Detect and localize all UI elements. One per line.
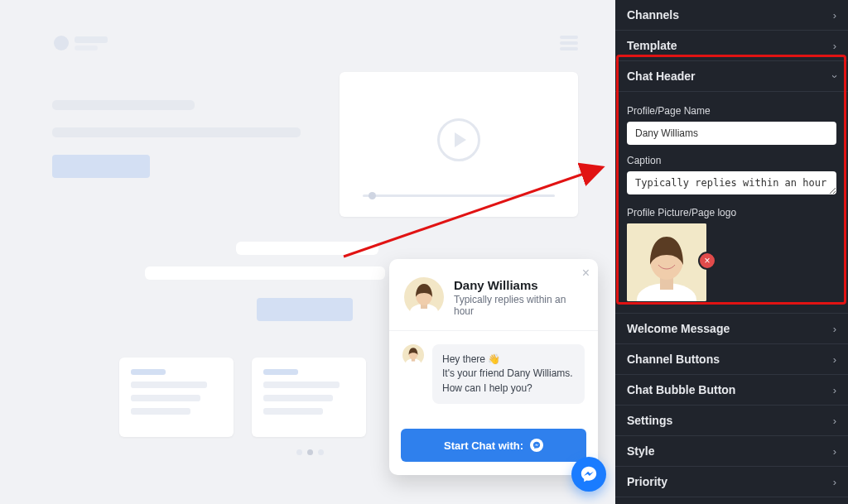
chevron-right-icon: › bbox=[833, 476, 836, 488]
section-template[interactable]: Template › bbox=[615, 31, 848, 61]
mock-card bbox=[252, 358, 366, 437]
section-style[interactable]: Style › bbox=[615, 436, 848, 467]
start-chat-button[interactable]: Start Chat with: bbox=[401, 429, 586, 462]
section-label: Welcome Message bbox=[627, 322, 730, 335]
hamburger-icon bbox=[560, 36, 578, 50]
chat-avatar-small bbox=[402, 344, 424, 366]
chevron-right-icon: › bbox=[833, 384, 836, 396]
section-chat-header[interactable]: Chat Header › bbox=[615, 61, 848, 92]
mock-text-line bbox=[52, 127, 301, 137]
chat-avatar bbox=[404, 277, 444, 317]
mock-video-knob bbox=[369, 192, 376, 199]
section-label: Channels bbox=[627, 8, 679, 22]
profile-picture-label: Profile Picture/Page logo bbox=[627, 207, 836, 218]
close-icon[interactable]: × bbox=[582, 266, 590, 281]
site-preview-pane: × Dany Williams Typically replies within… bbox=[0, 0, 615, 504]
section-label: Chat Bubble Button bbox=[627, 383, 735, 396]
mock-text-line bbox=[75, 46, 98, 50]
section-priority[interactable]: Priority › bbox=[615, 467, 848, 497]
caption-input[interactable] bbox=[627, 171, 836, 194]
messenger-icon bbox=[530, 439, 543, 452]
carousel-dots bbox=[296, 449, 324, 455]
mock-text-line bbox=[236, 242, 378, 255]
mock-card bbox=[119, 358, 234, 437]
section-settings[interactable]: Settings › bbox=[615, 406, 848, 436]
section-label: Chat Header bbox=[627, 70, 695, 83]
play-icon bbox=[437, 118, 480, 161]
chat-widget: × Dany Williams Typically replies within… bbox=[389, 259, 598, 475]
chat-header-body: Profile/Page Name Caption Profile Pictur… bbox=[615, 92, 848, 314]
settings-panel: Channels › Template › Chat Header › Prof… bbox=[615, 0, 848, 504]
profile-picture-thumbnail[interactable] bbox=[627, 223, 706, 301]
mock-text-line bbox=[145, 266, 385, 280]
section-welcome-message[interactable]: Welcome Message › bbox=[615, 314, 848, 344]
chevron-right-icon: › bbox=[833, 9, 836, 22]
section-label: Style bbox=[627, 444, 654, 458]
chevron-right-icon: › bbox=[833, 40, 836, 52]
chevron-right-icon: › bbox=[833, 415, 836, 427]
section-channels[interactable]: Channels › bbox=[615, 0, 848, 31]
mock-video-card bbox=[340, 72, 578, 217]
section-label: Priority bbox=[627, 475, 667, 488]
welcome-line-1: Hey there 👋 bbox=[442, 353, 500, 365]
mock-avatar bbox=[54, 36, 69, 50]
caption-label: Caption bbox=[627, 155, 836, 166]
chat-caption: Typically replies within an hour bbox=[454, 294, 583, 317]
section-label: Channel Buttons bbox=[627, 353, 720, 366]
mock-button bbox=[257, 298, 353, 321]
welcome-line-2: It's your friend Dany Williams. How can … bbox=[442, 367, 573, 393]
welcome-message: Hey there 👋 It's your friend Dany Willia… bbox=[402, 344, 585, 404]
mock-video-track bbox=[363, 194, 555, 197]
section-chat-bubble-button[interactable]: Chat Bubble Button › bbox=[615, 375, 848, 406]
chat-profile-name: Dany Williams bbox=[454, 278, 583, 292]
profile-name-label: Profile/Page Name bbox=[627, 105, 836, 117]
section-label: Template bbox=[627, 39, 677, 52]
profile-name-input[interactable] bbox=[627, 122, 836, 145]
section-channel-buttons[interactable]: Channel Buttons › bbox=[615, 344, 848, 375]
mock-text-line bbox=[52, 100, 195, 110]
chat-bubble-fab[interactable] bbox=[571, 457, 606, 492]
chevron-right-icon: › bbox=[833, 353, 836, 366]
chevron-down-icon: › bbox=[828, 74, 841, 78]
start-chat-label: Start Chat with: bbox=[444, 439, 523, 452]
chevron-right-icon: › bbox=[833, 445, 836, 458]
mock-button bbox=[52, 155, 150, 178]
chat-header: Dany Williams Typically replies within a… bbox=[389, 259, 598, 330]
section-label: Settings bbox=[627, 414, 672, 427]
remove-image-button[interactable]: × bbox=[698, 252, 716, 270]
mock-text-line bbox=[75, 36, 108, 43]
chevron-right-icon: › bbox=[833, 323, 836, 335]
